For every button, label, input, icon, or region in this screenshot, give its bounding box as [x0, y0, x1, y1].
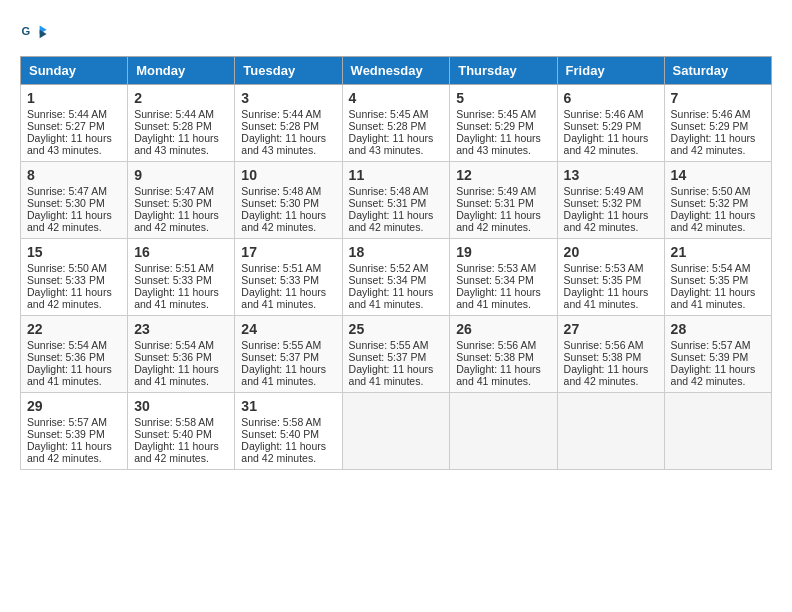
day-number: 9 [134, 167, 228, 183]
day-info-line: Sunrise: 5:48 AM [349, 185, 444, 197]
day-info-line: Sunrise: 5:54 AM [134, 339, 228, 351]
day-info-line: Sunset: 5:40 PM [241, 428, 335, 440]
day-info-line: Sunset: 5:28 PM [241, 120, 335, 132]
day-info-line: Daylight: 11 hours [349, 286, 444, 298]
day-info-line: Sunrise: 5:50 AM [27, 262, 121, 274]
day-info-line: Sunset: 5:32 PM [564, 197, 658, 209]
day-number: 27 [564, 321, 658, 337]
day-number: 31 [241, 398, 335, 414]
day-number: 28 [671, 321, 765, 337]
day-info-line: Sunset: 5:33 PM [27, 274, 121, 286]
day-info-line: Daylight: 11 hours [564, 286, 658, 298]
day-info-line: Sunset: 5:34 PM [456, 274, 550, 286]
calendar-cell: 2Sunrise: 5:44 AMSunset: 5:28 PMDaylight… [128, 85, 235, 162]
day-number: 3 [241, 90, 335, 106]
day-info-line: Sunrise: 5:44 AM [241, 108, 335, 120]
day-info-line: and 41 minutes. [241, 298, 335, 310]
day-info-line: Sunset: 5:30 PM [241, 197, 335, 209]
day-info-line: Sunset: 5:31 PM [349, 197, 444, 209]
day-info-line: and 42 minutes. [134, 221, 228, 233]
day-info-line: Daylight: 11 hours [241, 286, 335, 298]
day-info-line: Daylight: 11 hours [349, 132, 444, 144]
day-info-line: Sunset: 5:30 PM [27, 197, 121, 209]
day-number: 18 [349, 244, 444, 260]
day-info-line: and 42 minutes. [564, 221, 658, 233]
day-info-line: Sunset: 5:29 PM [671, 120, 765, 132]
day-info-line: Daylight: 11 hours [671, 209, 765, 221]
day-info-line: and 42 minutes. [27, 452, 121, 464]
day-info-line: and 41 minutes. [134, 298, 228, 310]
weekday-header-tuesday: Tuesday [235, 57, 342, 85]
day-info-line: and 42 minutes. [134, 452, 228, 464]
calendar-cell: 7Sunrise: 5:46 AMSunset: 5:29 PMDaylight… [664, 85, 771, 162]
logo: G [20, 20, 50, 48]
calendar-cell: 10Sunrise: 5:48 AMSunset: 5:30 PMDayligh… [235, 162, 342, 239]
day-info-line: Daylight: 11 hours [134, 132, 228, 144]
day-info-line: Sunset: 5:34 PM [349, 274, 444, 286]
day-info-line: and 43 minutes. [349, 144, 444, 156]
day-info-line: Daylight: 11 hours [671, 286, 765, 298]
day-info-line: Sunset: 5:31 PM [456, 197, 550, 209]
day-info-line: Daylight: 11 hours [564, 209, 658, 221]
calendar-cell: 1Sunrise: 5:44 AMSunset: 5:27 PMDaylight… [21, 85, 128, 162]
day-number: 19 [456, 244, 550, 260]
day-info-line: and 41 minutes. [456, 375, 550, 387]
day-info-line: and 42 minutes. [241, 452, 335, 464]
day-info-line: Sunrise: 5:56 AM [564, 339, 658, 351]
calendar-cell: 30Sunrise: 5:58 AMSunset: 5:40 PMDayligh… [128, 393, 235, 470]
day-info-line: and 42 minutes. [27, 221, 121, 233]
day-info-line: Daylight: 11 hours [564, 363, 658, 375]
day-info-line: and 43 minutes. [241, 144, 335, 156]
day-info-line: and 41 minutes. [241, 375, 335, 387]
day-number: 2 [134, 90, 228, 106]
calendar-week-4: 22Sunrise: 5:54 AMSunset: 5:36 PMDayligh… [21, 316, 772, 393]
day-info-line: Daylight: 11 hours [241, 363, 335, 375]
day-number: 1 [27, 90, 121, 106]
day-number: 17 [241, 244, 335, 260]
day-info-line: Sunrise: 5:45 AM [349, 108, 444, 120]
day-info-line: Daylight: 11 hours [564, 132, 658, 144]
day-info-line: and 42 minutes. [671, 144, 765, 156]
day-number: 6 [564, 90, 658, 106]
calendar-cell [450, 393, 557, 470]
calendar-cell: 26Sunrise: 5:56 AMSunset: 5:38 PMDayligh… [450, 316, 557, 393]
day-info-line: Sunset: 5:40 PM [134, 428, 228, 440]
calendar-cell: 29Sunrise: 5:57 AMSunset: 5:39 PMDayligh… [21, 393, 128, 470]
day-info-line: Sunset: 5:29 PM [456, 120, 550, 132]
day-info-line: Sunrise: 5:55 AM [241, 339, 335, 351]
weekday-header-wednesday: Wednesday [342, 57, 450, 85]
weekday-header-saturday: Saturday [664, 57, 771, 85]
calendar-cell: 9Sunrise: 5:47 AMSunset: 5:30 PMDaylight… [128, 162, 235, 239]
header: G [20, 20, 772, 48]
day-info-line: Daylight: 11 hours [134, 209, 228, 221]
day-info-line: and 42 minutes. [564, 144, 658, 156]
calendar-cell: 27Sunrise: 5:56 AMSunset: 5:38 PMDayligh… [557, 316, 664, 393]
svg-text:G: G [21, 25, 30, 37]
day-info-line: Sunset: 5:28 PM [134, 120, 228, 132]
day-info-line: Sunrise: 5:47 AM [134, 185, 228, 197]
day-info-line: Sunrise: 5:58 AM [241, 416, 335, 428]
calendar-cell: 8Sunrise: 5:47 AMSunset: 5:30 PMDaylight… [21, 162, 128, 239]
day-info-line: Sunset: 5:39 PM [27, 428, 121, 440]
day-info-line: and 41 minutes. [671, 298, 765, 310]
day-info-line: Sunrise: 5:46 AM [671, 108, 765, 120]
day-info-line: Sunrise: 5:51 AM [241, 262, 335, 274]
day-info-line: Daylight: 11 hours [241, 440, 335, 452]
day-number: 26 [456, 321, 550, 337]
calendar-cell: 18Sunrise: 5:52 AMSunset: 5:34 PMDayligh… [342, 239, 450, 316]
day-info-line: and 42 minutes. [241, 221, 335, 233]
day-info-line: Sunrise: 5:57 AM [27, 416, 121, 428]
day-info-line: Daylight: 11 hours [241, 209, 335, 221]
day-info-line: and 42 minutes. [349, 221, 444, 233]
day-info-line: Sunset: 5:37 PM [349, 351, 444, 363]
calendar-cell: 28Sunrise: 5:57 AMSunset: 5:39 PMDayligh… [664, 316, 771, 393]
day-number: 20 [564, 244, 658, 260]
day-info-line: and 41 minutes. [134, 375, 228, 387]
day-info-line: Sunrise: 5:44 AM [134, 108, 228, 120]
day-number: 13 [564, 167, 658, 183]
day-info-line: Sunrise: 5:53 AM [456, 262, 550, 274]
day-number: 10 [241, 167, 335, 183]
day-info-line: and 43 minutes. [27, 144, 121, 156]
day-info-line: and 41 minutes. [456, 298, 550, 310]
day-info-line: and 42 minutes. [564, 375, 658, 387]
